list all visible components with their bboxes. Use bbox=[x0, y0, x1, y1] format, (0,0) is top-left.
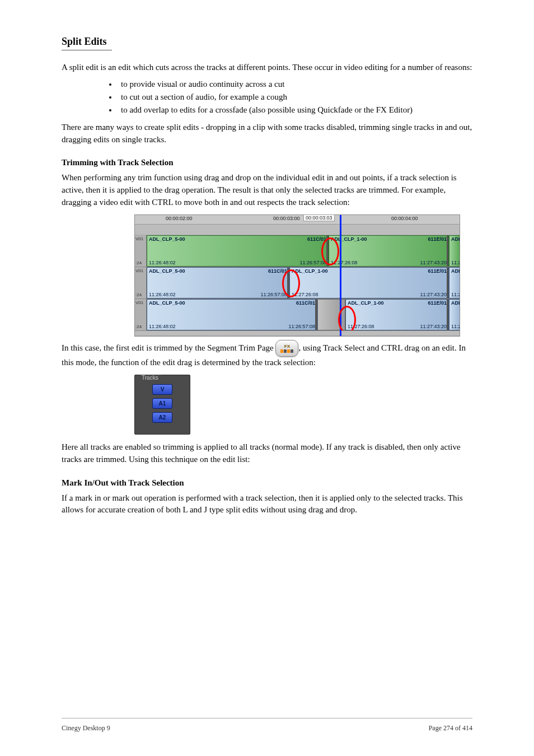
track-row-video: V01 :24 ADL_CLP_5-00 611C/01 11:26:48:02… bbox=[135, 235, 460, 267]
clip-in: 11:27:26:08 bbox=[331, 260, 358, 265]
timeline-clip[interactable]: ADL 11:2 bbox=[449, 299, 460, 330]
clip-out: 11:27:43:20 bbox=[420, 292, 447, 297]
timeline-clip[interactable]: ADL_CLP_1-00 611E/01 11:27:26:08 11:27:4… bbox=[289, 267, 449, 298]
clip-in: 11:2 bbox=[451, 292, 460, 297]
clip-name: ADL bbox=[451, 300, 460, 306]
footer-product: Cinegy Desktop 9 bbox=[62, 724, 110, 732]
clip-name: ADL_CLP_5-00 bbox=[149, 236, 185, 242]
track-label: :24 bbox=[135, 292, 142, 297]
timeline-figure: 00:00:02:00 00:00:03:00 00:00:03:03 00:0… bbox=[134, 214, 472, 337]
paragraph-text: In this case, the first edit is trimmed … bbox=[62, 343, 275, 352]
clip-src: 611E/01 bbox=[428, 236, 447, 242]
timeline-clip[interactable]: ADL 11:2 bbox=[449, 267, 460, 298]
clip-name: ADL_CLP_1-00 bbox=[292, 268, 328, 274]
bullet-list: to provide visual or audio continuity ac… bbox=[62, 80, 472, 115]
clip-src: 611E/01 bbox=[428, 300, 447, 306]
footer-page-number: Page 274 of 414 bbox=[429, 724, 472, 732]
track-label: V01 bbox=[135, 300, 143, 305]
paragraph: When performing any trim function using … bbox=[62, 172, 472, 208]
track-row-audio: V01 :24 ADL_CLP_5-00 611C/01 11:26:48:02… bbox=[135, 267, 460, 299]
track-row-audio: V01 :24 ADL_CLP_5-00 611C/01 11:26:48:02… bbox=[135, 299, 460, 331]
bullet-item: to cut out a section of audio, for examp… bbox=[118, 92, 472, 102]
clip-name: ADL_CLP_1-00 bbox=[348, 300, 384, 306]
timeline-clip[interactable]: ADL_CLP_5-00 611C/01 11:26:48:02 11:26:5… bbox=[147, 267, 289, 298]
clip-in: 11:26:48:02 bbox=[149, 260, 176, 265]
ruler-timecode-box: 00:00:03:03 bbox=[303, 214, 335, 221]
track-toggle-a2[interactable]: A2 bbox=[152, 412, 172, 423]
track-toggle-a1[interactable]: A1 bbox=[152, 398, 172, 409]
timeline-clip[interactable]: ADL_CLP_5-00 611C/01 11:26:48:02 11:26:5… bbox=[147, 235, 329, 267]
fx-label: FX bbox=[280, 344, 293, 349]
fx-button[interactable]: FX bbox=[275, 340, 298, 357]
title-underline bbox=[62, 50, 112, 50]
section-title: Split Edits bbox=[62, 36, 472, 48]
tracks-figure: Tracks V A1 A2 bbox=[134, 375, 190, 435]
clip-name: ADL bbox=[451, 236, 460, 242]
clip-out: 11:27:43:20 bbox=[420, 260, 447, 265]
paragraph-with-icon: In this case, the first edit is trimmed … bbox=[62, 340, 472, 370]
page-footer: Cinegy Desktop 9 Page 274 of 414 bbox=[62, 718, 472, 732]
clip-in: 11:26:48:02 bbox=[149, 324, 176, 329]
clip-name: ADL_CLP_5-00 bbox=[149, 300, 185, 306]
clip-out: 11:26:57:08 bbox=[288, 324, 315, 329]
clip-out: 11:26:57:08 bbox=[299, 260, 326, 265]
clip-src: 611C/01 bbox=[307, 236, 326, 242]
timeline-ruler: 00:00:02:00 00:00:03:00 00:00:03:03 00:0… bbox=[135, 215, 460, 225]
intro-paragraph: A split edit is an edit which cuts acros… bbox=[62, 62, 472, 74]
ruler-tick: 00:00:04:00 bbox=[391, 216, 418, 221]
tracks-legend: Tracks bbox=[139, 375, 161, 381]
track-label: :24 bbox=[135, 324, 142, 329]
tracks-panel: Tracks V A1 A2 bbox=[134, 375, 190, 435]
timeline-clip[interactable]: ADL 11:2 bbox=[449, 235, 460, 267]
clip-src: 611C/01 bbox=[268, 268, 287, 274]
clip-src: 611C/01 bbox=[296, 300, 315, 306]
clip-in: 11:27:26:08 bbox=[292, 292, 318, 297]
clip-name: ADL_CLP_5-00 bbox=[149, 268, 185, 274]
ruler-tick: 00:00:03:00 bbox=[273, 216, 300, 221]
paragraph: There are many ways to create split edit… bbox=[62, 122, 472, 146]
bullet-item: to add overlap to edits for a crossfade … bbox=[118, 105, 472, 115]
clip-in: 11:2 bbox=[451, 260, 460, 265]
paragraph: If a mark in or mark out operation is pe… bbox=[62, 492, 472, 517]
subheading: Trimming with Track Selection bbox=[62, 158, 472, 167]
track-label: :24 bbox=[135, 260, 142, 265]
playhead[interactable] bbox=[340, 215, 341, 336]
paragraph: Here all tracks are enabled so trimming … bbox=[62, 441, 472, 466]
clip-in: 11:26:48:02 bbox=[149, 292, 176, 297]
clip-in: 11:2 bbox=[451, 324, 460, 329]
track-label: V01 bbox=[135, 236, 143, 241]
timeline-clip[interactable]: ADL_CLP_1-00 611E/01 11:27:26:08 11:27:4… bbox=[329, 235, 449, 267]
subheading: Mark In/Out with Track Selection bbox=[62, 478, 472, 488]
ruler-tick: 00:00:02:00 bbox=[166, 216, 193, 221]
track-toggle-video[interactable]: V bbox=[152, 384, 172, 395]
clip-src: 611E/01 bbox=[428, 268, 447, 274]
clip-name: ADL bbox=[451, 268, 460, 274]
bullet-item: to provide visual or audio continuity ac… bbox=[118, 80, 472, 89]
track-label: V01 bbox=[135, 268, 143, 273]
timeline-clip[interactable]: ADL_CLP_5-00 611C/01 11:26:48:02 11:26:5… bbox=[147, 299, 317, 330]
clip-out: 11:27:43:20 bbox=[420, 324, 447, 329]
fx-icon: FX bbox=[280, 344, 293, 353]
clip-out: 11:26:57:08 bbox=[260, 292, 287, 297]
timeline-clip[interactable]: ADL_CLP_1-00 611E/01 11:27:26:08 11:27:4… bbox=[345, 299, 449, 330]
clip-in: 11:27:26:08 bbox=[348, 324, 374, 329]
clip-name: ADL_CLP_1-00 bbox=[331, 236, 367, 242]
